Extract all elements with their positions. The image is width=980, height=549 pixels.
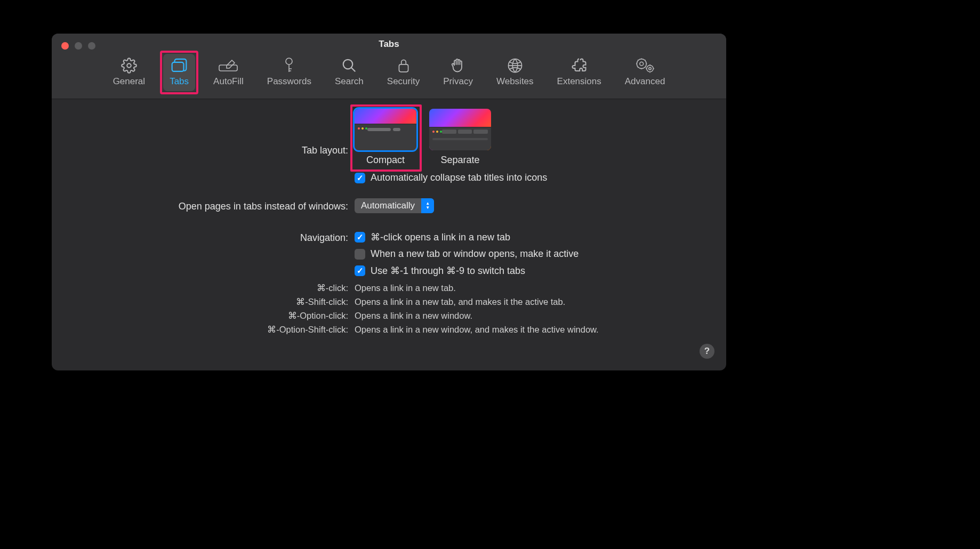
checkbox-auto-collapse[interactable]: ✓ — [355, 173, 365, 183]
tab-label: Extensions — [557, 76, 601, 87]
tab-websites[interactable]: Websites — [491, 54, 539, 91]
select-open-pages[interactable]: Automatically ▲▼ — [355, 198, 434, 213]
svg-point-4 — [343, 60, 353, 69]
help-val: Opens a link in a new tab. — [355, 281, 710, 295]
help-val: Opens a link in a new window, and makes … — [355, 322, 710, 336]
svg-point-9 — [648, 67, 651, 70]
tab-layout-compact-thumb — [355, 109, 416, 150]
label-open-pages: Open pages in tabs instead of windows: — [68, 200, 355, 212]
tab-layout-compact[interactable]: Compact — [355, 109, 416, 166]
svg-point-7 — [639, 62, 643, 66]
label-tab-layout: Tab layout: — [68, 109, 355, 156]
svg-point-0 — [127, 63, 131, 68]
tab-label: Passwords — [267, 76, 311, 87]
lock-icon — [393, 57, 414, 74]
tab-advanced[interactable]: Advanced — [620, 54, 671, 91]
globe-icon — [504, 57, 526, 74]
tab-label: Privacy — [443, 76, 473, 87]
tab-security[interactable]: Security — [382, 54, 425, 91]
help-val: Opens a link in a new tab, and makes it … — [355, 295, 710, 309]
content: Tab layout: Compact — [52, 99, 726, 347]
tab-label: AutoFill — [213, 76, 244, 87]
help-val: Opens a link in a new window. — [355, 309, 710, 322]
help-key: ⌘-click: — [68, 281, 355, 295]
tab-autofill[interactable]: AutoFill — [208, 54, 249, 91]
checkbox-cmd-num-switch-label: Use ⌘-1 through ⌘-9 to switch tabs — [371, 265, 525, 277]
tab-label: General — [113, 76, 145, 87]
svg-point-10 — [646, 65, 653, 71]
help-key: ⌘-Option-Shift-click: — [68, 322, 355, 336]
tab-layout-separate[interactable]: Separate — [429, 109, 491, 166]
checkbox-new-tab-active-label: When a new tab or window opens, make it … — [371, 248, 579, 260]
key-icon — [278, 57, 300, 74]
preferences-window: Tabs General Tabs AutoFill — [52, 34, 726, 370]
help-text: ⌘-click: Opens a link in a new tab. ⌘-Sh… — [68, 281, 710, 336]
search-icon — [339, 57, 360, 74]
tab-privacy[interactable]: Privacy — [438, 54, 478, 91]
tab-label: Search — [335, 76, 364, 87]
help-key: ⌘-Shift-click: — [68, 295, 355, 309]
window-title: Tabs — [52, 39, 726, 50]
svg-rect-5 — [399, 64, 408, 72]
tab-layout-separate-thumb — [429, 109, 491, 150]
label-navigation: Navigation: — [68, 231, 355, 244]
help-button[interactable]: ? — [700, 344, 714, 359]
svg-rect-1 — [172, 62, 184, 71]
puzzle-icon — [568, 57, 590, 74]
svg-point-3 — [286, 58, 292, 64]
hand-icon — [447, 57, 469, 74]
pencil-field-icon — [218, 57, 239, 74]
checkbox-new-tab-active[interactable] — [355, 249, 365, 260]
checkbox-cmd-click[interactable]: ✓ — [355, 232, 365, 243]
gears-icon — [634, 57, 656, 74]
checkbox-auto-collapse-label: Automatically collapse tab titles into i… — [371, 172, 547, 183]
tab-general[interactable]: General — [108, 54, 150, 91]
checkbox-cmd-num-switch[interactable]: ✓ — [355, 265, 365, 276]
tab-label: Websites — [496, 76, 534, 87]
tab-tabs[interactable]: Tabs — [163, 54, 195, 91]
titlebar: Tabs General Tabs AutoFill — [52, 34, 726, 99]
tab-label: Advanced — [625, 76, 665, 87]
toolbar: General Tabs AutoFill Passwords — [52, 54, 726, 91]
svg-point-8 — [637, 59, 646, 69]
tab-label: Security — [387, 76, 420, 87]
gear-icon — [118, 57, 140, 74]
tab-passwords[interactable]: Passwords — [262, 54, 317, 91]
tab-extensions[interactable]: Extensions — [552, 54, 607, 91]
tab-layout-separate-label: Separate — [440, 155, 479, 166]
tabs-icon — [168, 57, 190, 74]
help-key: ⌘-Option-click: — [68, 309, 355, 322]
checkbox-cmd-click-label: ⌘-click opens a link in a new tab — [371, 231, 510, 243]
tab-label: Tabs — [170, 76, 189, 87]
tab-layout-compact-label: Compact — [366, 155, 405, 166]
chevron-up-down-icon: ▲▼ — [421, 198, 434, 213]
select-open-pages-value: Automatically — [355, 200, 421, 211]
tab-search[interactable]: Search — [330, 54, 369, 91]
tab-layout-options: Compact Separate — [355, 109, 491, 166]
